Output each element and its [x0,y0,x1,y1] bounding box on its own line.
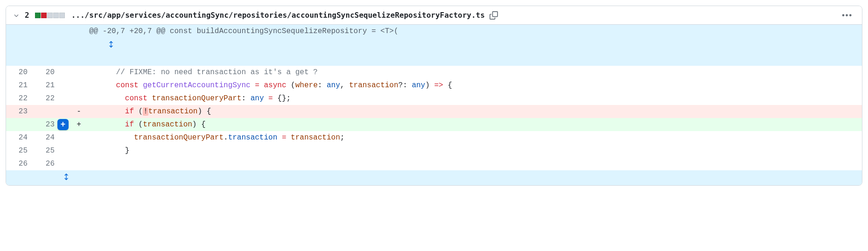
new-line-number[interactable]: 24 [33,131,60,144]
code-token [264,94,268,103]
diff-line-ctx: 2020 // FIXME: no need transaction as it… [6,66,862,79]
code-token: ) { [192,120,206,129]
old-line-number[interactable]: 20 [6,66,33,79]
new-line-number[interactable]: 22 [33,92,60,105]
diff-sign [72,79,85,92]
file-path[interactable]: .../src/app/services/accountingSync/repo… [71,11,485,20]
hunk-expand-row [6,170,862,185]
code-token [89,94,125,103]
new-line-number[interactable]: 20 [33,66,60,79]
code-token: const [116,81,139,90]
code-token [287,133,291,142]
diff-line-ctx: 2424 transactionQueryPart.transaction = … [6,131,862,144]
diff-stat-squares [35,13,65,18]
diff-line-add: 23++ if (transaction) { [6,118,862,131]
code-token: transaction [148,107,198,116]
diff-stat-square-neutral [47,13,53,18]
old-line-number[interactable]: 24 [6,131,33,144]
file-header: 2 .../src/app/services/accountingSync/re… [6,6,862,25]
add-comment-gutter[interactable] [60,131,72,144]
line-number-gutter [6,170,60,185]
code-token [147,94,152,103]
code-token: ( [134,107,143,116]
new-line-number[interactable]: 26 [33,157,60,170]
code-token: transactionQueryPart [152,94,241,103]
line-number-gutter [6,25,60,66]
code-token [89,107,125,116]
hunk-header-text: @@ -20,7 +20,7 @@ const buildAccountingS… [85,25,862,66]
code-token [89,120,125,129]
add-comment-gutter[interactable] [60,144,72,157]
code-token: = [268,94,273,103]
expand-hunk[interactable] [60,170,72,185]
add-comment-gutter[interactable] [60,157,72,170]
code-token: , [340,81,349,90]
diff-stat-square-add [35,13,41,18]
old-line-number[interactable] [6,118,33,131]
sign-cell [72,170,85,185]
code-token [139,81,143,90]
code-token [89,81,116,90]
code-token: ) { [197,107,211,116]
old-line-number[interactable]: 25 [6,144,33,157]
copy-path-icon[interactable] [490,11,498,20]
code-token: {}; [273,94,291,103]
collapse-chevron-icon[interactable] [13,12,20,19]
code-token: } [89,146,129,155]
old-line-number[interactable]: 23 [6,105,33,118]
add-comment-gutter[interactable]: + [60,118,72,131]
new-line-number[interactable]: 23 [33,118,60,131]
code-token [89,68,116,77]
add-comment-gutter[interactable] [60,105,72,118]
diff-sign [72,157,85,170]
code-token: any [412,81,425,90]
expand-hunk-icon [60,170,72,183]
code-cell[interactable]: } [85,144,862,157]
code-cell[interactable]: if (!transaction) { [85,105,862,118]
diff-sign: + [72,118,85,131]
file-menu-kebab-icon[interactable]: ••• [839,11,855,20]
add-comment-gutter[interactable] [60,66,72,79]
new-line-number[interactable]: 21 [33,79,60,92]
code-token: // FIXME: no need transaction as it's a … [116,68,318,77]
add-comment-gutter[interactable] [60,92,72,105]
expand-hunk-icon [105,38,117,51]
new-line-number[interactable] [33,105,60,118]
code-cell [85,170,862,185]
diff-line-ctx: 2525 } [6,144,862,157]
code-token: where [295,81,318,90]
add-comment-gutter[interactable] [60,79,72,92]
add-comment-button[interactable]: + [57,119,69,130]
code-token: : [241,94,250,103]
code-token: transaction [143,120,192,129]
code-cell[interactable]: // FIXME: no need transaction as it's a … [85,66,862,79]
new-line-number[interactable]: 25 [33,144,60,157]
code-token: if [125,107,134,116]
code-token: ; [340,133,345,142]
code-token: transaction [349,81,399,90]
code-token: = [282,133,287,142]
code-token: { [443,81,452,90]
code-cell[interactable]: if (transaction) { [85,118,862,131]
expand-hunk[interactable] [60,25,72,66]
code-token: if [125,120,134,129]
code-token: ) [425,81,434,90]
code-cell[interactable]: transactionQueryPart.transaction = trans… [85,131,862,144]
code-token: ?: [399,81,412,90]
code-cell[interactable]: const transactionQueryPart: any = {}; [85,92,862,105]
code-cell[interactable] [85,157,862,170]
diff-sign [72,92,85,105]
code-cell[interactable]: const getCurrentAccountingSync = async (… [85,79,862,92]
old-line-number[interactable]: 21 [6,79,33,92]
old-line-number[interactable]: 26 [6,157,33,170]
diff-sign [72,131,85,144]
code-token: any [251,94,264,103]
code-token: any [327,81,340,90]
code-token: ( [287,81,295,90]
diff-line-ctx: 2626 [6,157,862,170]
diff-table: @@ -20,7 +20,7 @@ const buildAccountingS… [6,25,862,185]
diff-line-ctx: 2222 const transactionQueryPart: any = {… [6,92,862,105]
code-token: const [125,94,147,103]
diff-line-del: 23- if (!transaction) { [6,105,862,118]
old-line-number[interactable]: 22 [6,92,33,105]
